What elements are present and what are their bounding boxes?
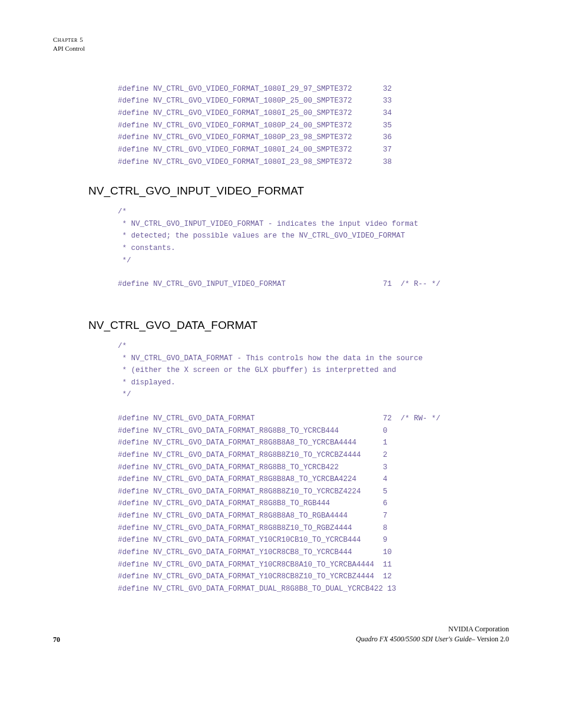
input-video-format-comment: /* * NV_CTRL_GVO_INPUT_VIDEO_FORMAT - in… xyxy=(118,206,509,266)
top-defines-block: #define NV_CTRL_GVO_VIDEO_FORMAT_1080I_2… xyxy=(118,83,509,168)
data-format-comment: /* * NV_CTRL_GVO_DATA_FORMAT - This cont… xyxy=(118,340,509,401)
section-heading-data-format: NV_CTRL_GVO_DATA_FORMAT xyxy=(88,319,509,332)
chapter-title: API Control xyxy=(53,44,509,53)
section-heading-input-video-format: NV_CTRL_GVO_INPUT_VIDEO_FORMAT xyxy=(88,185,509,197)
footer-right: NVIDIA Corporation Quadro FX 4500/5500 S… xyxy=(356,624,509,644)
footer-company: NVIDIA Corporation xyxy=(356,624,509,634)
page-number: 70 xyxy=(53,635,60,644)
page-footer: 70 NVIDIA Corporation Quadro FX 4500/550… xyxy=(53,624,509,644)
data-format-defines: #define NV_CTRL_GVO_DATA_FORMAT 72 /* RW… xyxy=(118,413,509,595)
footer-guide: Quadro FX 4500/5500 SDI User's Guide– Ve… xyxy=(356,634,509,644)
input-video-format-define: #define NV_CTRL_GVO_INPUT_VIDEO_FORMAT 7… xyxy=(118,278,509,291)
page-header: Chapter 5 API Control xyxy=(53,35,509,54)
chapter-label: Chapter 5 xyxy=(53,35,509,44)
